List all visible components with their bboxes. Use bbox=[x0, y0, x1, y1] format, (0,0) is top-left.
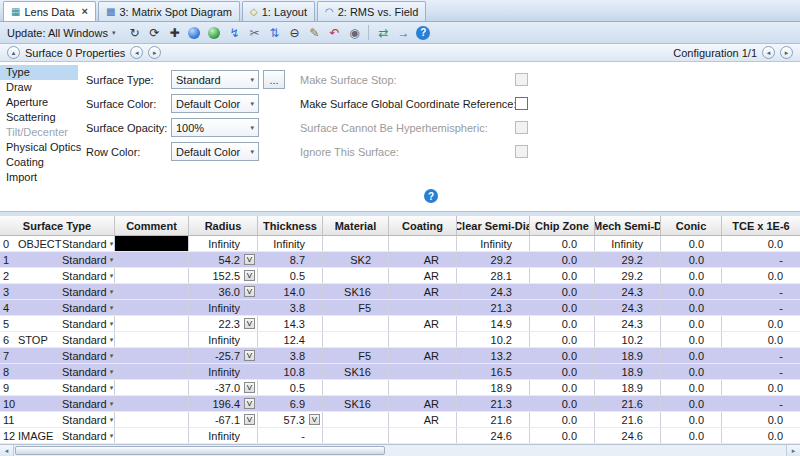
coating-cell[interactable] bbox=[389, 364, 457, 379]
scroll-left-icon[interactable]: ◂ bbox=[0, 445, 14, 456]
comment-cell[interactable] bbox=[115, 284, 189, 299]
comment-cell[interactable] bbox=[115, 316, 189, 331]
radius-solve-flag[interactable]: V bbox=[244, 350, 255, 361]
tab-rms-vs-field[interactable]: ◠ 2: RMS vs. Field bbox=[317, 1, 426, 21]
coating-cell[interactable]: AR bbox=[389, 348, 457, 363]
scroll-right-icon[interactable]: ▸ bbox=[786, 445, 800, 456]
checkbox[interactable] bbox=[515, 121, 528, 134]
tab-layout[interactable]: ◇ 1: Layout bbox=[242, 1, 315, 21]
properties-nav-item[interactable]: Tilt/Decenter bbox=[0, 125, 78, 140]
surface-type-dropdown[interactable]: Standard ▾ bbox=[62, 302, 114, 314]
chip-zone-cell[interactable]: 0.0 bbox=[530, 284, 595, 299]
material-cell[interactable]: SK16 bbox=[323, 396, 389, 411]
conic-cell[interactable]: 0.0 bbox=[661, 252, 722, 267]
thickness-solve-flag[interactable]: V bbox=[309, 414, 320, 425]
surface-cell[interactable]: 9 Standard ▾ bbox=[0, 380, 115, 395]
properties-nav-item[interactable]: Import bbox=[0, 170, 78, 185]
surface-cell[interactable]: 3 Standard ▾ bbox=[0, 284, 115, 299]
comment-cell[interactable] bbox=[115, 252, 189, 267]
close-tab-icon[interactable]: × bbox=[82, 6, 88, 17]
conic-cell[interactable]: 0.0 bbox=[661, 412, 722, 427]
surface-type-dropdown[interactable]: Standard ▾ bbox=[62, 430, 114, 442]
tab-matrix-spot-diagram[interactable]: ▩ 3: Matrix Spot Diagram bbox=[98, 1, 240, 21]
radius-cell[interactable]: 196.4 V bbox=[189, 396, 258, 411]
checkbox[interactable] bbox=[515, 145, 528, 158]
conic-cell[interactable]: 0.0 bbox=[661, 236, 722, 251]
comment-cell[interactable] bbox=[115, 364, 189, 379]
coating-cell[interactable] bbox=[389, 380, 457, 395]
surface-color-select[interactable]: Default Color ▾ bbox=[171, 94, 259, 113]
conic-cell[interactable]: 0.0 bbox=[661, 284, 722, 299]
tce-cell[interactable]: 0.0 bbox=[722, 380, 800, 395]
material-cell[interactable] bbox=[323, 412, 389, 427]
clear-semidia-cell[interactable]: 21.3 bbox=[457, 396, 530, 411]
header-mech-semidia[interactable]: Mech Semi-D bbox=[595, 216, 661, 235]
conic-cell[interactable]: 0.0 bbox=[661, 348, 722, 363]
material-cell[interactable]: SK16 bbox=[323, 364, 389, 379]
previous-configuration-button[interactable]: ◂ bbox=[762, 46, 775, 59]
radius-solve-flag[interactable]: V bbox=[244, 414, 255, 425]
surface-cell[interactable]: 0 OBJECT Standard ▾ bbox=[0, 236, 115, 251]
radius-solve-flag[interactable]: V bbox=[244, 318, 255, 329]
surface-type-dropdown[interactable]: Standard ▾ bbox=[62, 334, 114, 346]
radius-cell[interactable]: 152.5 V bbox=[189, 268, 258, 283]
header-clear-semidia[interactable]: Clear Semi-Dia bbox=[457, 216, 530, 235]
conic-cell[interactable]: 0.0 bbox=[661, 268, 722, 283]
tce-cell[interactable]: 0.0 bbox=[722, 428, 800, 443]
tab-lens-data[interactable]: ▦ Lens Data × bbox=[3, 1, 96, 21]
tce-cell[interactable]: - bbox=[722, 300, 800, 315]
surface-cell[interactable]: 11 Standard ▾ bbox=[0, 412, 115, 427]
surface-type-dropdown[interactable]: Standard ▾ bbox=[62, 414, 114, 426]
conic-cell[interactable]: 0.0 bbox=[661, 396, 722, 411]
mech-semidia-cell[interactable]: 24.6 bbox=[595, 428, 661, 443]
comment-cell[interactable] bbox=[115, 380, 189, 395]
clear-semidia-cell[interactable]: 29.2 bbox=[457, 252, 530, 267]
comment-cell[interactable] bbox=[115, 412, 189, 427]
surface-cell[interactable]: 4 Standard ▾ bbox=[0, 300, 115, 315]
mech-semidia-cell[interactable]: 18.9 bbox=[595, 348, 661, 363]
surface-type-select[interactable]: Standard ▾ bbox=[171, 70, 259, 89]
radius-cell[interactable]: 54.2 V bbox=[189, 252, 258, 267]
properties-nav-item[interactable]: Draw bbox=[0, 80, 78, 95]
mech-semidia-cell[interactable]: 18.9 bbox=[595, 364, 661, 379]
surface-cell[interactable]: 6 STOP Standard ▾ bbox=[0, 332, 115, 347]
update-mode-dropdown[interactable]: Update: All Windows ▾ bbox=[5, 26, 120, 40]
header-radius[interactable]: Radius bbox=[189, 216, 258, 235]
mech-semidia-cell[interactable]: 29.2 bbox=[595, 252, 661, 267]
chip-zone-cell[interactable]: 0.0 bbox=[530, 396, 595, 411]
thickness-cell[interactable]: 0.5 V bbox=[258, 380, 323, 395]
surface-opacity-select[interactable]: 100% ▾ bbox=[171, 118, 259, 137]
header-tce[interactable]: TCE x 1E-6 bbox=[722, 216, 800, 235]
delete-solve-icon[interactable]: ⊖ bbox=[285, 24, 303, 42]
go-to-surface-icon[interactable]: → bbox=[394, 24, 412, 42]
surface-type-dropdown[interactable]: Standard ▾ bbox=[62, 318, 114, 330]
tce-cell[interactable]: - bbox=[722, 364, 800, 379]
radius-cell[interactable]: -25.7 V bbox=[189, 348, 258, 363]
thickness-cell[interactable]: 0.5 V bbox=[258, 268, 323, 283]
clear-semidia-cell[interactable]: 16.5 bbox=[457, 364, 530, 379]
coating-cell[interactable] bbox=[389, 428, 457, 443]
chip-zone-cell[interactable]: 0.0 bbox=[530, 380, 595, 395]
conic-cell[interactable]: 0.0 bbox=[661, 316, 722, 331]
chip-zone-cell[interactable]: 0.0 bbox=[530, 316, 595, 331]
radius-cell[interactable]: 22.3 V bbox=[189, 316, 258, 331]
mech-semidia-cell[interactable]: 18.9 bbox=[595, 380, 661, 395]
coating-cell[interactable] bbox=[389, 332, 457, 347]
chip-zone-cell[interactable]: 0.0 bbox=[530, 412, 595, 427]
header-coating[interactable]: Coating bbox=[389, 216, 457, 235]
radius-cell[interactable]: Infinity V bbox=[189, 236, 258, 251]
material-cell[interactable]: SK2 bbox=[323, 252, 389, 267]
surface-type-dropdown[interactable]: Standard ▾ bbox=[62, 270, 114, 282]
clear-semidia-cell[interactable]: Infinity bbox=[457, 236, 530, 251]
undo-icon[interactable]: ↶ bbox=[325, 24, 343, 42]
edit-icon[interactable]: ✎ bbox=[305, 24, 323, 42]
radius-solve-flag[interactable]: V bbox=[244, 254, 255, 265]
coating-cell[interactable]: AR bbox=[389, 316, 457, 331]
insert-surface-icon[interactable]: ⇅ bbox=[265, 24, 283, 42]
update-all-icon[interactable]: ⟳ bbox=[145, 24, 163, 42]
thickness-cell[interactable]: 12.4 V bbox=[258, 332, 323, 347]
surface-type-more-button[interactable]: ... bbox=[263, 70, 285, 89]
thickness-cell[interactable]: 3.8 V bbox=[258, 348, 323, 363]
update-icon[interactable]: ↻ bbox=[125, 24, 143, 42]
next-surface-button[interactable]: ▸ bbox=[148, 46, 161, 59]
